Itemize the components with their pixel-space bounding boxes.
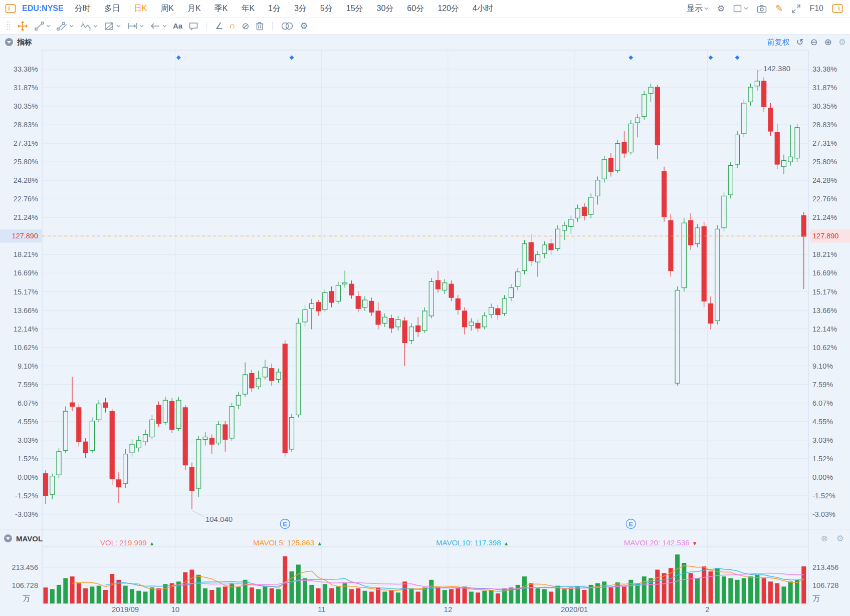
svg-text:28.83%: 28.83% [812,121,837,129]
tab-120分[interactable]: 120分 [438,4,459,14]
tab-60分[interactable]: 60分 [407,4,424,14]
volume-legend-item[interactable]: MAVOL5: 125.863▲ [253,538,322,547]
measure-tool[interactable] [127,22,144,31]
indicator-settings-gear-icon[interactable]: ⚙ [838,38,846,47]
collapse-volume-icon[interactable] [4,534,12,542]
tab-4小时[interactable]: 4小时 [473,4,493,14]
hide-drawings-tool[interactable]: ⊘ [242,22,249,31]
text-tool[interactable]: Aa [173,22,182,30]
svg-text:7.59%: 7.59% [18,381,38,389]
delete-drawings-tool[interactable] [255,21,264,31]
chevron-down-icon [46,25,51,28]
toolbar-grip-handle[interactable] [6,21,11,32]
reset-zoom-icon[interactable]: ↺ [796,38,803,47]
chevron-down-icon [93,25,98,28]
move-tool-icon[interactable] [17,21,28,32]
svg-text:13.66%: 13.66% [812,306,837,315]
svg-text:3.03%: 3.03% [18,436,38,444]
svg-text:4.55%: 4.55% [18,418,38,426]
tab-日K[interactable]: 日K [134,4,147,14]
zoom-out-icon[interactable]: ⊖ [810,38,818,47]
magnet-tool[interactable]: ∩ [229,21,236,31]
tab-月K[interactable]: 月K [187,4,201,14]
svg-text:2019/09: 2019/09 [112,605,139,613]
tab-30分[interactable]: 30分 [377,4,394,14]
svg-text:10.62%: 10.62% [14,344,38,352]
tab-5分[interactable]: 5分 [320,4,333,14]
svg-text:-1.52%: -1.52% [15,492,38,500]
compare-overlay-tool[interactable] [281,22,294,31]
display-dropdown[interactable]: 显示 [687,4,709,14]
svg-text:31.87%: 31.87% [812,84,837,92]
svg-text:104.040: 104.040 [205,515,233,523]
svg-text:30.35%: 30.35% [14,102,38,110]
fullscreen-icon[interactable] [791,4,801,14]
tab-15分[interactable]: 15分 [346,4,363,14]
tab-3分[interactable]: 3分 [294,4,307,14]
volume-legend-item[interactable]: MAVOL20: 142.536▼ [624,538,698,547]
wave-tool[interactable]: 13 [80,21,98,31]
chevron-down-icon [139,25,144,28]
volume-settings-gear-icon[interactable]: ⚙ [836,534,844,543]
pattern-tool[interactable] [104,21,121,31]
svg-text:15.17%: 15.17% [14,288,38,296]
drawing-settings-gear-icon[interactable]: ⚙ [300,22,308,31]
symbol-label[interactable]: EDU:NYSE [22,4,64,13]
svg-text:0.00%: 0.00% [18,473,38,481]
tab-周K[interactable]: 周K [160,4,174,14]
zoom-in-icon[interactable]: ⊕ [824,38,832,47]
svg-text:25.80%: 25.80% [812,158,837,166]
trendline-tool[interactable] [34,21,51,31]
channel-tool[interactable] [57,21,74,31]
svg-text:6.07%: 6.07% [18,399,38,407]
volume-panel-title[interactable]: MAVOL [16,534,43,543]
layout-select[interactable] [733,5,748,13]
svg-text:24.28%: 24.28% [812,176,837,184]
svg-text:25.80%: 25.80% [14,158,38,166]
close-volume-panel-icon[interactable]: ⊗ [821,534,828,543]
svg-text:21.24%: 21.24% [14,213,38,221]
layout-square-icon [733,5,742,13]
svg-text:7.59%: 7.59% [812,381,833,389]
svg-text:30.35%: 30.35% [812,102,837,110]
tab-季K[interactable]: 季K [215,4,228,14]
volume-legend-item[interactable]: MAVOL10: 117.398▲ [436,538,509,547]
collapse-indicator-icon[interactable] [5,38,13,46]
chevron-down-icon [744,7,748,10]
indicator-panel-title[interactable]: 指标 [17,38,32,47]
svg-text:27.31%: 27.31% [812,139,837,147]
svg-text:-1.52%: -1.52% [812,492,835,500]
indicator-header-row: 指标 前复权 ↺ ⊖ ⊕ ⚙ [0,35,850,50]
svg-text:3: 3 [89,28,91,31]
svg-text:22.76%: 22.76% [812,195,837,203]
chevron-down-icon [704,7,709,10]
svg-text:1: 1 [82,21,84,25]
comment-bubble-tool[interactable] [188,22,198,31]
tab-1分[interactable]: 1分 [268,4,281,14]
svg-text:33.38%: 33.38% [14,65,38,73]
volume-legend-item[interactable]: VOL: 219.999▲ [100,538,154,547]
down-triangle-icon: ▼ [692,540,698,546]
drawing-toolbar: 13 Aa ∠ ∩ ⊘ ⚙ [0,18,850,35]
svg-text:18.21%: 18.21% [14,250,38,258]
tab-多日[interactable]: 多日 [104,4,120,14]
right-panel-toggle-icon[interactable] [832,4,843,14]
draw-pencil-icon[interactable]: ✎ [775,4,783,13]
chevron-down-icon [116,25,121,28]
adjust-mode-link[interactable]: 前复权 [767,38,789,47]
arrow-annotation-tool[interactable] [150,22,167,30]
tab-分时[interactable]: 分时 [75,4,91,14]
svg-text:E: E [283,520,287,528]
angle-tool[interactable]: ∠ [215,22,223,31]
tab-年K[interactable]: 年K [241,4,255,14]
screenshot-camera-icon[interactable] [757,5,767,13]
f10-button[interactable]: F10 [809,4,823,13]
svg-text:万: 万 [23,594,30,602]
chart-settings-gear-icon[interactable]: ⚙ [717,5,725,13]
svg-text:6.07%: 6.07% [812,399,833,407]
svg-text:12.14%: 12.14% [14,325,38,333]
main-chart[interactable]: 127.890127.89033.38%33.38%31.87%31.87%30… [0,0,850,616]
svg-text:33.38%: 33.38% [812,65,837,73]
svg-text:106.728: 106.728 [812,581,838,589]
left-panel-toggle-icon[interactable] [5,4,16,14]
